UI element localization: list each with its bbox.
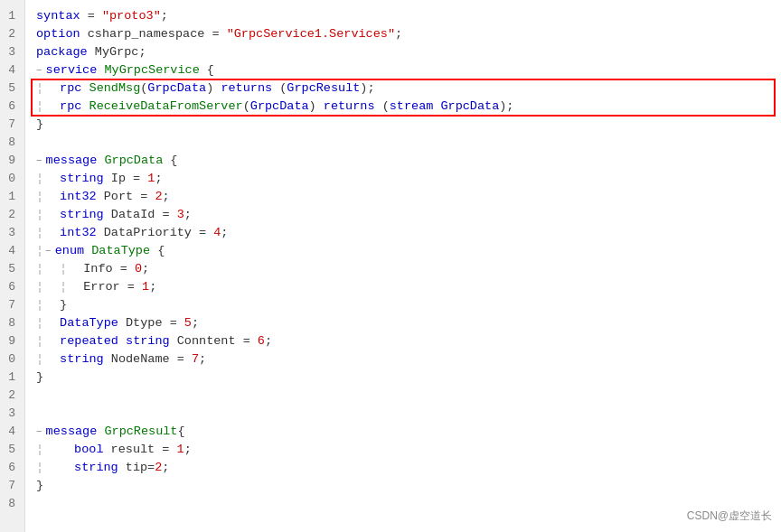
code-line-16: ¦¦Error = 1;: [36, 278, 774, 296]
fold-4[interactable]: [36, 61, 42, 79]
code-line-18: ¦DataType Dtype = 5;: [36, 314, 774, 332]
code-line-22: [36, 387, 774, 405]
watermark: CSDN@虚空道长: [687, 507, 772, 525]
code-line-6: ¦rpc ReceiveDataFromServer(GrpcData) ret…: [36, 98, 774, 116]
code-line-1: syntax = "proto3";: [36, 7, 774, 25]
code-line-9: message GrpcData {: [36, 152, 774, 170]
code-line-19: ¦repeated string Conntent = 6;: [36, 332, 774, 350]
code-line-24: message GrpcResult{: [36, 423, 774, 441]
code-line-13: ¦int32 DataPriority = 4;: [36, 224, 774, 242]
code-line-12: ¦string DataId = 3;: [36, 206, 774, 224]
code-line-14: ¦enum DataType {: [36, 242, 774, 260]
code-line-17: ¦}: [36, 296, 774, 314]
code-content: syntax = "proto3"; option csharp_namespa…: [25, 0, 781, 532]
code-line-27: }: [36, 477, 774, 495]
code-line-2: option csharp_namespace = "GrpcService1.…: [36, 25, 774, 43]
code-line-3: package MyGrpc;: [36, 43, 774, 61]
code-area: 1 2 3 4 5 6 7 8 9 0 1 2 3 4 5 6 7 8 9 0 …: [0, 0, 781, 532]
code-line-21: }: [36, 369, 774, 387]
fold-14[interactable]: [45, 242, 52, 260]
code-line-23: [36, 405, 774, 423]
code-line-7: }: [36, 116, 774, 134]
code-line-11: ¦int32 Port = 2;: [36, 188, 774, 206]
code-line-26: ¦string tip=2;: [36, 459, 774, 477]
code-line-8: [36, 134, 774, 152]
code-line-20: ¦string NodeName = 7;: [36, 350, 774, 369]
code-editor: 1 2 3 4 5 6 7 8 9 0 1 2 3 4 5 6 7 8 9 0 …: [0, 0, 781, 532]
line-numbers: 1 2 3 4 5 6 7 8 9 0 1 2 3 4 5 6 7 8 9 0 …: [0, 0, 25, 532]
fold-24[interactable]: [36, 423, 42, 441]
code-line-4: service MyGrpcService {: [36, 61, 774, 79]
fold-9[interactable]: [36, 152, 42, 170]
code-line-25: ¦bool result = 1;: [36, 441, 774, 459]
code-line-10: ¦string Ip = 1;: [36, 170, 774, 188]
code-line-15: ¦¦Info = 0;: [36, 260, 774, 278]
code-line-5: ¦rpc SendMsg(GrpcData) returns (GrpcResu…: [36, 79, 774, 98]
